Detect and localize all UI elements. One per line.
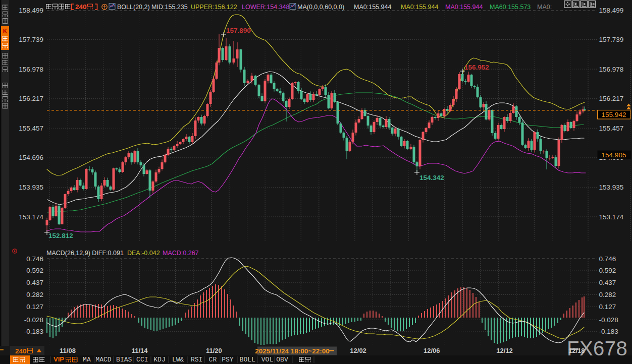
svg-text:12/12: 12/12: [496, 347, 513, 354]
svg-text:0.437: 0.437: [599, 279, 616, 286]
svg-text:0.282: 0.282: [26, 291, 43, 298]
svg-text:153.174: 153.174: [19, 213, 43, 221]
svg-text:MA0:155.944: MA0:155.944: [445, 4, 483, 11]
svg-text:VIP: VIP: [54, 355, 64, 363]
svg-text:12/06: 12/06: [424, 347, 440, 354]
svg-text:153.174: 153.174: [599, 213, 624, 221]
svg-text:KDJ: KDJ: [153, 356, 165, 363]
svg-text:MA0:: MA0:: [537, 4, 552, 11]
svg-text:-0.028: -0.028: [24, 316, 43, 324]
svg-text:155.457: 155.457: [19, 125, 43, 132]
svg-text:240: 240: [75, 3, 87, 11]
svg-text:153.935: 153.935: [19, 184, 43, 191]
svg-text:MACD:0.267: MACD:0.267: [163, 250, 199, 257]
svg-text:LOWER:154.348: LOWER:154.348: [242, 4, 290, 11]
svg-text:UPPER:156.122: UPPER:156.122: [191, 4, 237, 11]
svg-text:MA60:155.573: MA60:155.573: [490, 4, 531, 11]
svg-text:11/20: 11/20: [206, 347, 222, 354]
svg-text:156.978: 156.978: [19, 66, 43, 73]
svg-text:152.812: 152.812: [48, 232, 73, 239]
svg-text:158.499: 158.499: [599, 7, 624, 14]
svg-text:MACD(26,12,9) DIFF:0.091: MACD(26,12,9) DIFF:0.091: [46, 250, 124, 257]
svg-text:240: 240: [15, 347, 27, 355]
svg-text:12/18: 12/18: [568, 347, 585, 354]
svg-text:11/08: 11/08: [60, 347, 76, 354]
svg-text:12/02: 12/02: [350, 347, 366, 354]
svg-text:157.739: 157.739: [599, 36, 624, 43]
svg-text:DEA:-0.042: DEA:-0.042: [127, 250, 160, 257]
svg-text:-0.183: -0.183: [24, 328, 43, 335]
svg-text:0.127: 0.127: [599, 303, 616, 311]
svg-text:155.457: 155.457: [599, 125, 624, 132]
svg-text:VOL: VOL: [261, 356, 273, 363]
svg-text:154.905: 154.905: [602, 151, 626, 159]
svg-text:2025/11/24 18:00~22:00: 2025/11/24 18:00~22:00: [255, 347, 330, 355]
svg-text:OBV: OBV: [276, 356, 288, 363]
svg-text:CCI: CCI: [136, 356, 148, 363]
svg-text:155.942: 155.942: [602, 111, 626, 118]
svg-text:0.437: 0.437: [26, 279, 43, 286]
svg-text:153.935: 153.935: [599, 184, 624, 191]
svg-text:156.217: 156.217: [19, 95, 43, 102]
svg-text:MA: MA: [83, 356, 91, 363]
svg-text:-0.028: -0.028: [599, 316, 618, 324]
svg-text:CR: CR: [209, 356, 217, 363]
svg-text:157.739: 157.739: [19, 36, 43, 43]
svg-text:LW&: LW&: [172, 356, 184, 363]
svg-text:11/14: 11/14: [132, 347, 148, 354]
svg-text:MA(0,0,0,60,0,0): MA(0,0,0,60,0,0): [297, 4, 344, 11]
svg-text:BOLL(20,2) MID:155.235: BOLL(20,2) MID:155.235: [117, 4, 188, 11]
svg-text:158.499: 158.499: [19, 7, 43, 14]
svg-text:157.890: 157.890: [226, 27, 251, 34]
svg-text:K: K: [3, 28, 8, 35]
svg-text:0.746: 0.746: [599, 255, 616, 263]
svg-text:0.592: 0.592: [599, 267, 616, 274]
svg-text:0.746: 0.746: [26, 255, 43, 263]
svg-text:BOLL: BOLL: [240, 356, 255, 363]
svg-text:MA0:155.944: MA0:155.944: [354, 4, 391, 11]
svg-text:BIAS: BIAS: [116, 356, 132, 363]
svg-text:154.696: 154.696: [19, 154, 43, 161]
svg-text:156.978: 156.978: [599, 66, 624, 73]
svg-text:156.217: 156.217: [599, 95, 624, 102]
svg-text:0.282: 0.282: [599, 291, 616, 298]
svg-text:PSY: PSY: [222, 356, 234, 363]
svg-text:MA0:155.944: MA0:155.944: [401, 4, 438, 11]
svg-text:0.592: 0.592: [26, 267, 43, 274]
svg-text:154.342: 154.342: [419, 174, 444, 181]
svg-text:RSI: RSI: [191, 356, 202, 363]
svg-text:0.127: 0.127: [26, 303, 43, 311]
svg-text:156.952: 156.952: [464, 64, 489, 71]
svg-text:MACD: MACD: [95, 356, 111, 363]
svg-text:-0.183: -0.183: [599, 328, 618, 335]
